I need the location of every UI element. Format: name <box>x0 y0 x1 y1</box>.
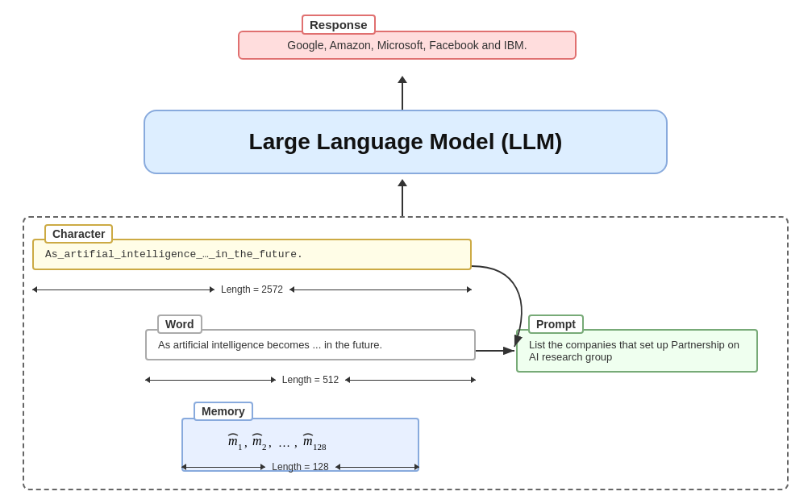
response-label: Response <box>302 15 376 35</box>
word-length-text: Length = 512 <box>276 374 345 385</box>
memory-length-line-right <box>335 467 419 468</box>
memory-length-text: Length = 128 <box>265 461 335 473</box>
char-length-text: Length = 2572 <box>214 284 289 295</box>
svg-text:1: 1 <box>238 442 243 452</box>
prompt-box: List the companies that set up Partnersh… <box>516 329 758 373</box>
svg-text:,: , <box>294 436 298 449</box>
svg-text:m: m <box>228 434 238 448</box>
char-length-line-right <box>289 289 472 290</box>
char-length-line <box>32 289 214 290</box>
character-length: Length = 2572 <box>32 281 472 295</box>
memory-length-line <box>181 467 265 468</box>
diagram: Response Google, Amazon, Microsoft, Face… <box>0 0 812 504</box>
svg-text:,: , <box>269 436 272 449</box>
svg-text:m: m <box>252 434 262 448</box>
svg-text:128: 128 <box>313 442 327 452</box>
memory-length: Length = 128 <box>181 458 419 473</box>
word-length-line-right <box>345 380 476 381</box>
character-label: Character <box>44 224 113 244</box>
svg-text:,: , <box>244 436 248 449</box>
word-length: Length = 512 <box>145 371 476 385</box>
response-box: Google, Amazon, Microsoft, Facebook and … <box>238 31 577 60</box>
svg-text:…: … <box>278 436 290 449</box>
llm-box: Large Language Model (LLM) <box>144 110 668 174</box>
prompt-label: Prompt <box>528 314 584 334</box>
word-label: Word <box>157 314 202 334</box>
word-length-line <box>145 380 276 381</box>
arrow-context-to-llm <box>402 185 403 216</box>
memory-formula-svg: m 1 , m 2 , … , m 128 <box>220 429 381 458</box>
svg-text:m: m <box>303 434 313 448</box>
memory-label: Memory <box>194 402 253 421</box>
svg-text:2: 2 <box>262 442 267 452</box>
arrow-llm-to-response <box>402 82 403 110</box>
